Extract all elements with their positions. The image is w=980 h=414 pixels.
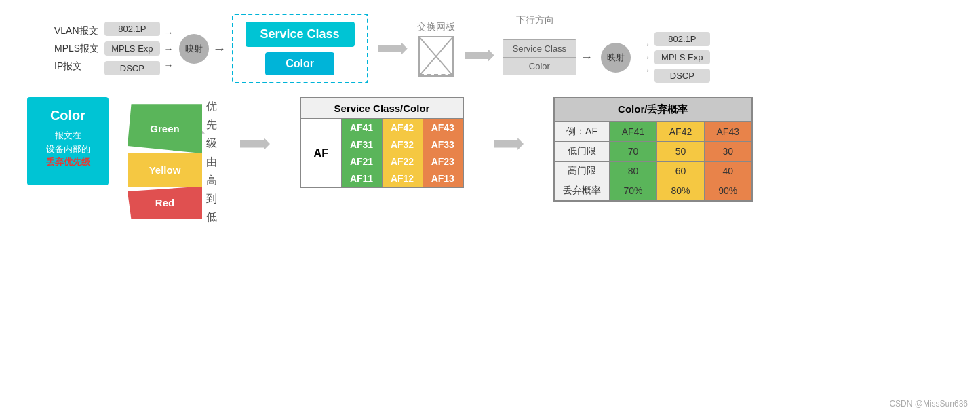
sc-af21: AF21 bbox=[341, 153, 382, 170]
cross-icon bbox=[420, 37, 452, 75]
drop-high-yellow: 60 bbox=[657, 162, 705, 181]
arrow-icon-1: → bbox=[164, 27, 174, 38]
arrow-to-mapping2: → bbox=[581, 50, 593, 64]
input-box-dscp: DSCP bbox=[104, 61, 159, 75]
sc-box-top: Service Class bbox=[503, 40, 576, 58]
arrow-after-switch bbox=[465, 50, 494, 62]
arrow-icon-3: → bbox=[164, 60, 174, 71]
bar-red: Red bbox=[128, 187, 202, 220]
out-box-dscp: DSCP bbox=[654, 69, 709, 83]
svg-line-0 bbox=[420, 37, 452, 75]
downstream-container: 下行方向 Service Class Color → 映射 → → → bbox=[503, 14, 710, 83]
out-arrow-2: → bbox=[642, 52, 650, 62]
bottom-section: Color 报文在 设备内部的 丢弃优先级 Green Yellow Red bbox=[27, 97, 966, 226]
drop-table-title: Color/丢弃概率 bbox=[553, 97, 753, 121]
sc-table: AF AF41 AF42 AF43 AF31 AF32 AF33 AF21 AF… bbox=[300, 118, 464, 188]
drop-low-label: 低门限 bbox=[554, 142, 610, 162]
bar-yellow: Yellow bbox=[128, 153, 202, 187]
mapping-label-2: 映射 bbox=[607, 52, 625, 64]
color-desc-1: 报文在 bbox=[55, 130, 81, 140]
sc-af32: AF32 bbox=[382, 136, 423, 153]
sc-af33: AF33 bbox=[423, 136, 463, 153]
sc-color-box: Service Class Color bbox=[503, 39, 576, 75]
drop-row-high: 高门限 80 60 40 bbox=[554, 162, 752, 181]
input-boxes: 802.1P MPLS Exp DSCP bbox=[104, 22, 159, 75]
drop-header: 例：AF AF41 AF42 AF43 bbox=[554, 121, 752, 142]
drop-rate-label: 丢弃概率 bbox=[554, 181, 610, 202]
out-arrow-3: → bbox=[642, 65, 650, 75]
ip-label: IP报文 bbox=[54, 60, 99, 73]
yellow-label: Yellow bbox=[149, 164, 181, 176]
color-block: Color 报文在 设备内部的 丢弃优先级 bbox=[27, 97, 109, 185]
drop-header-af42: AF42 bbox=[657, 121, 705, 142]
input-arrows: → → → bbox=[164, 27, 174, 71]
switch-fabric-box bbox=[418, 36, 454, 77]
top-section: VLAN报文 MPLS报文 IP报文 802.1P MPLS Exp DSCP … bbox=[54, 14, 966, 83]
output-boxes: 802.1P MPLS Exp DSCP bbox=[654, 32, 709, 83]
sc-af42: AF42 bbox=[382, 119, 423, 136]
output-arrows: → → → bbox=[642, 39, 650, 75]
color-desc-3: 丢弃优先级 bbox=[46, 157, 90, 167]
drop-row-low: 低门限 70 50 30 bbox=[554, 142, 752, 162]
sc-af31: AF31 bbox=[341, 136, 382, 153]
out-box-mpls: MPLS Exp bbox=[654, 50, 709, 64]
sc-table-container: Service Class/Color AF AF41 AF42 AF43 AF… bbox=[300, 97, 464, 188]
arrow-to-switch bbox=[378, 43, 408, 55]
drop-low-green: 70 bbox=[610, 142, 657, 162]
switch-fabric-container: 交换网板 bbox=[417, 21, 455, 77]
sc-af12: AF12 bbox=[382, 170, 423, 188]
downstream-label: 下行方向 bbox=[516, 14, 554, 26]
sc-af23: AF23 bbox=[423, 153, 463, 170]
bar-green: Green bbox=[128, 104, 202, 153]
color-label: Color bbox=[265, 52, 334, 75]
drop-high-orange: 40 bbox=[705, 162, 752, 181]
sc-af43: AF43 bbox=[423, 119, 463, 136]
drop-high-label: 高门限 bbox=[554, 162, 610, 181]
color-desc-2: 设备内部的 bbox=[46, 144, 90, 154]
out-box-8021p: 802.1P bbox=[654, 32, 709, 46]
input-box-mpls: MPLS Exp bbox=[104, 41, 159, 56]
color-block-title: Color bbox=[50, 108, 85, 124]
watermark: CSDN @MissSun636 bbox=[889, 399, 968, 409]
drop-high-green: 80 bbox=[610, 162, 657, 181]
drop-table-container: Color/丢弃概率 例：AF AF41 AF42 AF43 低门限 70 50… bbox=[553, 97, 753, 202]
mapping-circle: 映射 bbox=[179, 34, 209, 64]
drop-low-orange: 30 bbox=[705, 142, 752, 162]
pt-6: 到 bbox=[206, 189, 217, 208]
pt-7: 低 bbox=[206, 208, 217, 226]
vlan-label: VLAN报文 bbox=[54, 25, 99, 37]
drop-rate-orange: 90% bbox=[705, 181, 752, 202]
sc-af22: AF22 bbox=[382, 153, 423, 170]
service-class-label: Service Class bbox=[246, 22, 355, 47]
drop-header-af43: AF43 bbox=[705, 121, 752, 142]
drop-header-label: 例：AF bbox=[554, 121, 610, 142]
sc-af11: AF11 bbox=[341, 170, 382, 188]
arrow-to-sc: → bbox=[213, 41, 227, 56]
red-label: Red bbox=[155, 197, 174, 208]
priority-text-vertical: 优 先 级 由 高 到 低 bbox=[206, 97, 217, 226]
pt-1: 优 bbox=[206, 97, 217, 115]
sc-box-bottom: Color bbox=[503, 58, 576, 75]
priority-section: Green Yellow Red 优 先 级 由 高 到 低 bbox=[128, 97, 217, 226]
out-arrow-1: → bbox=[642, 39, 650, 50]
drop-header-af41: AF41 bbox=[610, 121, 657, 142]
mapping-label: 映射 bbox=[185, 43, 203, 55]
arrow-to-sc-table bbox=[240, 138, 270, 150]
mpls-label: MPLS报文 bbox=[54, 43, 99, 55]
downstream-row: Service Class Color → 映射 → → → 802.1P bbox=[503, 32, 710, 83]
priority-bars: Green Yellow Red bbox=[128, 104, 202, 219]
drop-row-rate: 丢弃概率 70% 80% 90% bbox=[554, 181, 752, 202]
service-class-box: Service Class Color bbox=[232, 14, 368, 83]
pt-5: 高 bbox=[206, 171, 217, 189]
arrow-to-drop-table bbox=[494, 138, 524, 150]
sc-af41: AF41 bbox=[341, 119, 382, 136]
arrow-icon-2: → bbox=[164, 43, 174, 54]
sc-row-1: AF AF41 AF42 AF43 bbox=[300, 119, 463, 136]
drop-table: 例：AF AF41 AF42 AF43 低门限 70 50 30 高门限 80 … bbox=[553, 121, 753, 202]
sc-af13: AF13 bbox=[423, 170, 463, 188]
drop-rate-yellow: 80% bbox=[657, 181, 705, 202]
af-label: AF bbox=[300, 119, 341, 187]
input-labels: VLAN报文 MPLS报文 IP报文 bbox=[54, 25, 99, 73]
drop-low-yellow: 50 bbox=[657, 142, 705, 162]
svg-line-1 bbox=[420, 37, 452, 75]
